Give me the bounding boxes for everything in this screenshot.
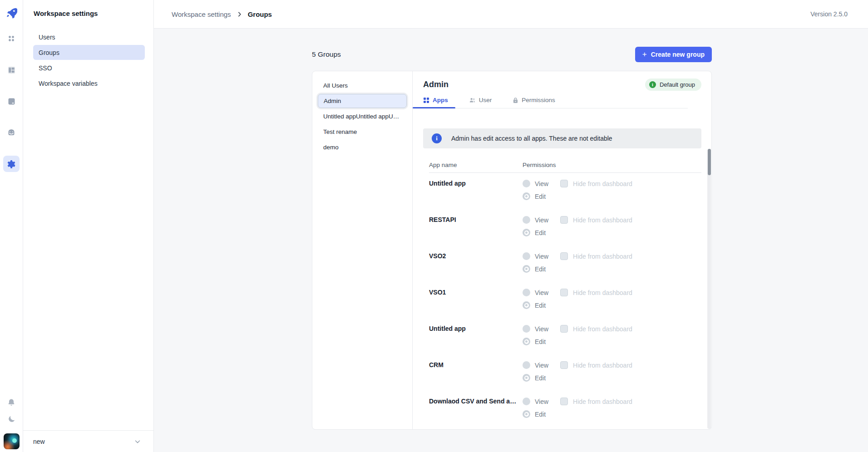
info-banner-text: Admin has edit access to all apps. These… xyxy=(451,135,612,142)
default-group-label: Default group xyxy=(660,81,695,88)
hide-from-dashboard-label: Hide from dashboard xyxy=(573,253,632,260)
group-list-item[interactable]: All Users xyxy=(318,79,407,93)
sidebar-item-users[interactable]: Users xyxy=(33,29,145,44)
sidebar-title: Workspace settings xyxy=(23,0,153,17)
sidebar-item-label: Workspace variables xyxy=(39,80,98,87)
app-name: VSO1 xyxy=(429,289,523,318)
app-window: Workspace settings UsersGroupsSSOWorkspa… xyxy=(0,0,868,452)
table-row: VSO1 View Hide from dashboard xyxy=(429,282,701,318)
create-group-label: Create new group xyxy=(651,51,705,58)
tab-label: Permissions xyxy=(522,97,555,103)
scrollbar-thumb[interactable] xyxy=(708,149,711,175)
table-row: RESTAPI View Hide from dashbo xyxy=(429,209,701,246)
hide-from-dashboard-checkbox[interactable] xyxy=(560,216,568,224)
hide-from-dashboard-checkbox[interactable] xyxy=(560,252,568,260)
app-name: Downlaod CSV and Send attac... xyxy=(429,398,523,427)
permissions-cell: View Hide from dashboard xyxy=(523,398,632,427)
hide-from-dashboard-label: Hide from dashboard xyxy=(573,216,632,224)
edit-label: Edit xyxy=(535,374,546,382)
database-nav-icon[interactable] xyxy=(3,93,20,109)
edit-radio[interactable] xyxy=(523,229,530,236)
create-group-button[interactable]: + Create new group xyxy=(635,47,712,62)
edit-radio[interactable] xyxy=(523,338,530,345)
app-name: RESTAPI xyxy=(429,216,523,246)
workspace-name: new xyxy=(33,438,45,445)
breadcrumb-current: Groups xyxy=(248,10,272,18)
view-radio[interactable] xyxy=(523,180,530,187)
rocket-logo-icon[interactable] xyxy=(5,6,18,20)
group-list-item[interactable]: demo xyxy=(318,140,407,154)
hide-from-dashboard-checkbox[interactable] xyxy=(560,398,568,405)
app-name: CRM xyxy=(429,361,523,391)
notifications-bell-icon[interactable] xyxy=(3,394,20,411)
tab-permissions[interactable]: Permissions xyxy=(505,97,562,108)
edit-radio[interactable] xyxy=(523,410,530,418)
sidebar-nav: UsersGroupsSSOWorkspace variables xyxy=(23,29,153,91)
plus-icon: + xyxy=(642,50,647,58)
edit-radio[interactable] xyxy=(523,192,530,200)
user-avatar[interactable] xyxy=(4,433,20,449)
table-row: Untitled app View Hide from d xyxy=(429,318,701,354)
edit-radio[interactable] xyxy=(523,301,530,309)
grid-icon xyxy=(423,97,429,103)
scrollbar-track[interactable] xyxy=(707,149,711,429)
apps-tab-content: i Admin has edit access to all apps. The… xyxy=(413,108,711,429)
edit-radio[interactable] xyxy=(523,374,530,382)
view-label: View xyxy=(535,253,548,260)
edit-label: Edit xyxy=(535,302,546,309)
pages-nav-icon[interactable] xyxy=(3,62,20,78)
group-detail-header: Admin i Default group xyxy=(413,71,711,91)
hide-from-dashboard-checkbox[interactable] xyxy=(560,180,568,187)
view-label: View xyxy=(535,289,548,296)
edit-label: Edit xyxy=(535,229,546,236)
sidebar-item-groups[interactable]: Groups xyxy=(33,45,145,60)
dark-mode-moon-icon[interactable] xyxy=(3,411,20,427)
view-radio[interactable] xyxy=(523,398,530,405)
groups-header-row: 5 Groups + Create new group xyxy=(312,47,712,62)
permissions-cell: View Hide from dashboard xyxy=(523,216,632,246)
column-app-name: App name xyxy=(429,162,523,168)
view-radio[interactable] xyxy=(523,361,530,369)
groups-card: All UsersAdminUntitled appUntitled appUn… xyxy=(312,71,712,430)
permissions-cell: View Hide from dashboard xyxy=(523,325,632,354)
tab-user[interactable]: User xyxy=(462,97,499,108)
view-radio[interactable] xyxy=(523,252,530,260)
hide-from-dashboard-checkbox[interactable] xyxy=(560,361,568,369)
content-area: 5 Groups + Create new group All UsersAdm… xyxy=(154,29,868,452)
edit-label: Edit xyxy=(535,193,546,200)
tab-apps[interactable]: Apps xyxy=(413,97,455,108)
breadcrumb: Workspace settings Groups xyxy=(172,10,272,18)
view-radio[interactable] xyxy=(523,289,530,296)
view-label: View xyxy=(535,180,548,187)
icon-rail xyxy=(0,0,23,452)
sidebar-spacer xyxy=(23,91,153,430)
table-row: Untitled app View Hide from d xyxy=(429,173,701,209)
hide-from-dashboard-label: Hide from dashboard xyxy=(573,325,632,333)
main-area: Workspace settings Groups Version 2.5.0 … xyxy=(154,0,868,452)
hide-from-dashboard-checkbox[interactable] xyxy=(560,289,568,296)
apps-nav-icon[interactable] xyxy=(3,30,20,47)
group-list-item[interactable]: Admin xyxy=(318,94,407,108)
view-radio[interactable] xyxy=(523,216,530,224)
settings-nav-icon[interactable] xyxy=(3,156,20,172)
table-row: CRM View Hide from dashboard xyxy=(429,354,701,391)
app-name: Untitled app xyxy=(429,180,523,209)
sidebar-item-workspace-variables[interactable]: Workspace variables xyxy=(33,76,145,91)
sidebar-item-sso[interactable]: SSO xyxy=(33,60,145,75)
group-list-item[interactable]: Untitled appUntitled appUntitle... xyxy=(318,109,407,123)
view-label: View xyxy=(535,325,548,333)
settings-sidebar: Workspace settings UsersGroupsSSOWorkspa… xyxy=(23,0,154,452)
workspace-switcher[interactable]: new xyxy=(23,430,153,452)
permissions-cell: View Hide from dashboard xyxy=(523,289,632,318)
table-row: Downlaod CSV and Send attac... View xyxy=(429,391,701,427)
hide-from-dashboard-checkbox[interactable] xyxy=(560,325,568,333)
group-list-item[interactable]: Test rename xyxy=(318,125,407,139)
view-radio[interactable] xyxy=(523,325,530,333)
edit-label: Edit xyxy=(535,411,546,418)
audience-nav-icon[interactable] xyxy=(3,124,20,141)
breadcrumb-parent[interactable]: Workspace settings xyxy=(172,10,231,18)
sidebar-item-label: Groups xyxy=(39,49,59,56)
view-label: View xyxy=(535,362,548,369)
users-icon xyxy=(469,97,476,103)
edit-radio[interactable] xyxy=(523,265,530,273)
